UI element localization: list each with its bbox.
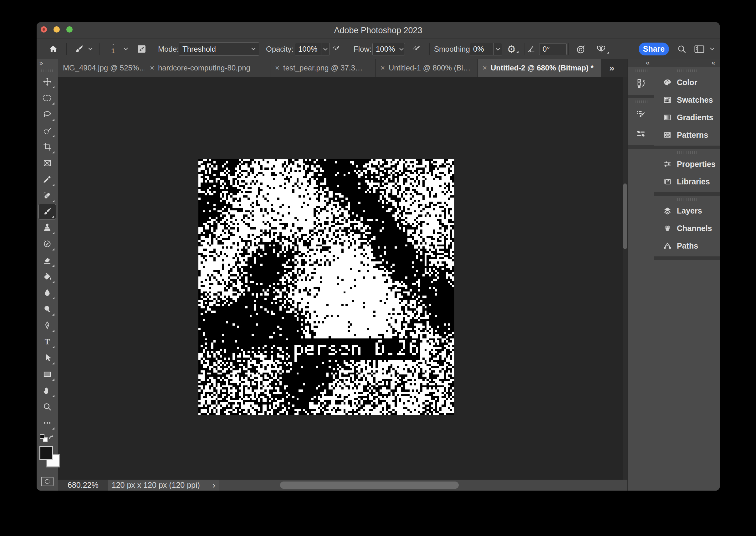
panel-grip[interactable]	[634, 100, 648, 103]
history-brush-tool[interactable]	[39, 236, 56, 252]
default-colors-icon[interactable]	[40, 434, 45, 439]
brush-angle-field[interactable]: 0°	[539, 43, 567, 55]
zoom-level-field[interactable]: 680.22%	[58, 480, 108, 490]
search-icon[interactable]	[677, 39, 687, 59]
tab-close-icon[interactable]: ×	[381, 64, 385, 72]
rectangle-tool[interactable]	[39, 366, 56, 382]
smoothing-options-gear-icon[interactable]: ⚙	[507, 39, 519, 59]
path-selection-tool[interactable]	[39, 350, 56, 366]
spot-healing-tool[interactable]	[39, 187, 56, 204]
tab-overflow-icon[interactable]: »	[609, 59, 614, 77]
flow-dropdown[interactable]: 100%	[372, 43, 405, 55]
paint-symmetry-butterfly-icon[interactable]	[595, 39, 609, 59]
crop-tool[interactable]	[39, 139, 56, 155]
panel-tab-channels[interactable]: Channels	[654, 219, 720, 237]
share-button[interactable]: Share	[639, 43, 669, 55]
history-panel-button[interactable]	[628, 74, 654, 93]
panel-tab-patterns[interactable]: Patterns	[654, 126, 720, 144]
status-chevron-icon[interactable]: ›	[212, 480, 215, 490]
tab-label: hardcore-computing-80.png	[158, 64, 250, 72]
tab-label: MG_4904.jpg @ 525%…	[63, 64, 145, 72]
brush-preset-chevron-icon[interactable]	[88, 39, 93, 59]
eyedropper-tool[interactable]	[39, 171, 56, 187]
brushes-panel-button[interactable]	[628, 124, 654, 143]
smoothing-dropdown[interactable]: 0%	[470, 43, 502, 55]
main-area: » T MG_4904.jpg @ 525%…×hardcore-computi…	[37, 59, 720, 490]
eraser-tool[interactable]	[39, 252, 56, 268]
mode-select[interactable]: Threshold	[179, 42, 259, 56]
opacity-pressure-icon[interactable]	[331, 39, 341, 59]
toolbar-grip[interactable]	[41, 70, 53, 72]
paint-bucket-tool[interactable]	[39, 268, 56, 285]
panel-tab-swatches[interactable]: Swatches	[654, 91, 720, 109]
smoothing-chevron-icon[interactable]	[493, 43, 502, 55]
lasso-tool[interactable]	[39, 106, 56, 122]
foreground-color-swatch[interactable]	[40, 446, 53, 460]
move-tool[interactable]	[39, 74, 56, 90]
vertical-scrollbar[interactable]	[623, 77, 627, 480]
panel-tab-properties[interactable]: Properties	[654, 155, 720, 173]
swap-colors-icon[interactable]	[48, 434, 56, 442]
dock-collapse-icon[interactable]: «	[628, 59, 654, 67]
brush-settings-panel-button[interactable]	[628, 105, 654, 124]
type-tool[interactable]: T	[39, 333, 56, 350]
panel-grip[interactable]	[677, 70, 697, 72]
brushes-icon	[636, 128, 646, 139]
flow-chevron-icon[interactable]	[398, 43, 405, 55]
app-title: Adobe Photoshop 2023	[37, 22, 720, 39]
brush-tool[interactable]	[39, 204, 56, 219]
toggle-brush-settings-panel-icon[interactable]	[136, 39, 147, 59]
panel-tab-paths[interactable]: Paths	[654, 237, 720, 254]
spot-healing-icon	[43, 191, 52, 200]
toolbar-overflow-icon[interactable]: »	[37, 59, 58, 67]
document-tab[interactable]: ×Untitled-2 @ 680% (Bitmap) *	[478, 59, 601, 77]
airbrush-icon[interactable]	[412, 39, 422, 59]
document-tab[interactable]: ×Untitled-1 @ 800% (Bi…	[376, 59, 478, 77]
tool-flyout-indicator	[52, 346, 54, 348]
tool-flyout-indicator	[52, 151, 54, 153]
panel-tab-libraries[interactable]: Libraries	[654, 173, 720, 190]
panel-collapse-icon[interactable]: «	[654, 59, 720, 67]
opacity-chevron-icon[interactable]	[321, 43, 330, 55]
clone-stamp-tool[interactable]	[39, 219, 56, 236]
size-pressure-icon[interactable]	[576, 39, 587, 59]
hand-tool[interactable]	[39, 382, 56, 399]
tool-flyout-indicator	[52, 119, 54, 121]
tab-close-icon[interactable]: ×	[275, 64, 279, 72]
pen-tool[interactable]	[39, 317, 56, 333]
brush-size-widget[interactable]: 1	[108, 39, 118, 59]
brush-size-chevron-icon[interactable]	[124, 39, 128, 59]
workspace-chevron-icon[interactable]	[710, 39, 714, 59]
document-info[interactable]: 120 px x 120 px (120 ppi) ›	[108, 480, 219, 490]
frame-tool[interactable]	[39, 155, 56, 171]
lasso-icon	[43, 110, 52, 119]
edit-toolbar-tool[interactable]	[39, 415, 56, 431]
brush-tip-preview	[113, 44, 113, 45]
tab-close-icon[interactable]: ×	[150, 64, 154, 72]
workspace-panel-toggle-icon[interactable]	[694, 39, 705, 59]
quick-mask-mode-button[interactable]	[41, 477, 53, 486]
marquee-tool[interactable]	[39, 90, 56, 106]
dodge-tool[interactable]	[39, 301, 56, 317]
panel-tab-gradients[interactable]: Gradients	[654, 109, 720, 126]
panel-grip[interactable]	[634, 70, 648, 72]
document-tab[interactable]: MG_4904.jpg @ 525%…	[58, 59, 145, 77]
brush-tool-preset-icon[interactable]	[74, 39, 84, 59]
brush-size-value: 1	[111, 48, 115, 54]
tool-flyout-indicator	[52, 362, 54, 364]
tab-close-icon[interactable]: ×	[483, 64, 487, 72]
home-icon[interactable]	[48, 39, 58, 59]
blur-tool[interactable]	[39, 285, 56, 301]
document-tab[interactable]: ×hardcore-computing-80.png	[145, 59, 270, 77]
document-canvas[interactable]	[198, 159, 454, 415]
document-tab[interactable]: ×test_pear.png @ 37.3…	[270, 59, 376, 77]
opacity-dropdown[interactable]: 100%	[295, 43, 330, 55]
panel-grip[interactable]	[677, 198, 697, 201]
quick-selection-tool[interactable]	[39, 122, 56, 139]
vertical-scrollbar-thumb[interactable]	[623, 184, 627, 249]
panel-tab-layers[interactable]: Layers	[654, 202, 720, 219]
horizontal-scrollbar-thumb[interactable]	[280, 482, 459, 489]
panel-grip[interactable]	[677, 151, 697, 154]
zoom-tool[interactable]	[39, 399, 56, 415]
panel-tab-color[interactable]: Color	[654, 74, 720, 91]
